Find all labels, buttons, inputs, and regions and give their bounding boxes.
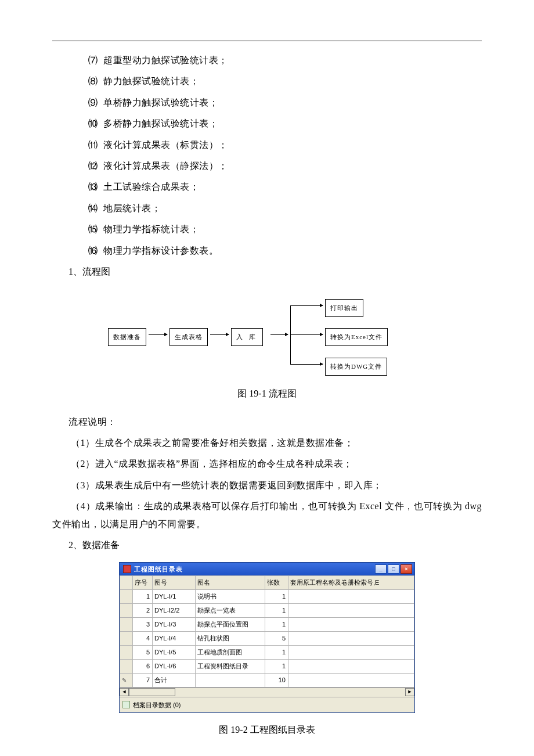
window-statusbar[interactable]: 档案目录数据 (0) bbox=[120, 697, 414, 713]
flow-node-dwg: 转换为DWG文件 bbox=[325, 358, 387, 376]
list-item-number: ⒀ bbox=[85, 178, 101, 196]
list-item-text: 静力触探试验统计表； bbox=[103, 76, 199, 86]
table-cell[interactable] bbox=[120, 659, 133, 673]
column-header[interactable]: 序号 bbox=[133, 576, 153, 590]
table-cell[interactable]: 1 bbox=[265, 590, 288, 604]
flow-node-prepare: 数据准备 bbox=[108, 328, 146, 346]
list-item-text: 单桥静力触探试验统计表； bbox=[103, 98, 218, 107]
table-cell[interactable] bbox=[120, 631, 133, 645]
list-item: ⑻静力触探试验统计表； bbox=[52, 73, 482, 90]
list-item-text: 物理力学指标统计表； bbox=[103, 224, 199, 234]
table-cell[interactable]: 10 bbox=[265, 673, 288, 687]
table-cell[interactable]: ✎ bbox=[120, 673, 133, 687]
table-cell[interactable]: 5 bbox=[133, 645, 153, 659]
status-icon bbox=[122, 701, 130, 708]
table-cell[interactable]: 勘探点一览表 bbox=[196, 604, 265, 618]
table-cell[interactable]: 说明书 bbox=[196, 590, 265, 604]
table-row[interactable]: 1DYL-I/1说明书1 bbox=[120, 590, 414, 604]
column-header[interactable]: 张数 bbox=[265, 576, 288, 590]
table-cell[interactable]: DYL-I/4 bbox=[153, 631, 196, 645]
table-cell[interactable]: 2 bbox=[133, 604, 153, 618]
table-cell[interactable]: 4 bbox=[133, 631, 153, 645]
numbered-list: ⑺超重型动力触探试验统计表；⑻静力触探试验统计表；⑼单桥静力触探试验统计表；⑽多… bbox=[52, 52, 482, 260]
list-item-text: 液化计算成果表（标贯法）； bbox=[103, 140, 228, 150]
figure-caption-1: 图 19-1 流程图 bbox=[52, 385, 482, 402]
table-cell[interactable] bbox=[120, 618, 133, 632]
figure-caption-2: 图 19-2 工程图纸目录表 bbox=[52, 721, 482, 739]
table-cell[interactable] bbox=[288, 631, 414, 645]
list-item-number: ⑼ bbox=[85, 94, 101, 111]
table-cell[interactable] bbox=[120, 604, 133, 618]
table-cell[interactable]: 3 bbox=[133, 618, 153, 632]
scroll-right-button[interactable]: ► bbox=[405, 688, 414, 696]
arrow-icon bbox=[210, 334, 229, 335]
column-header[interactable]: 图名 bbox=[196, 576, 265, 590]
scroll-left-button[interactable]: ◄ bbox=[120, 688, 129, 696]
table-cell[interactable]: 1 bbox=[265, 618, 288, 632]
table-cell[interactable]: DYL-I/3 bbox=[153, 618, 196, 632]
table-cell[interactable]: 1 bbox=[265, 659, 288, 673]
embedded-window: 工程图纸目录表 _ □ × 序号图号图名张数套用原工程名称及卷册检索号,E 1D… bbox=[119, 562, 415, 713]
table-cell[interactable]: 1 bbox=[265, 645, 288, 659]
column-header[interactable]: 套用原工程名称及卷册检索号,E bbox=[288, 576, 414, 590]
table-cell[interactable] bbox=[288, 590, 414, 604]
table-cell[interactable]: DYL-I/1 bbox=[153, 590, 196, 604]
scroll-thumb[interactable] bbox=[129, 688, 175, 696]
table-cell[interactable] bbox=[288, 604, 414, 618]
column-header[interactable] bbox=[120, 576, 133, 590]
table-cell[interactable]: DYL-I/5 bbox=[153, 645, 196, 659]
list-item: ⑽多桥静力触探试验统计表； bbox=[52, 115, 482, 132]
flow-branch-line bbox=[290, 305, 291, 365]
data-grid[interactable]: 序号图号图名张数套用原工程名称及卷册检索号,E 1DYL-I/1说明书12DYL… bbox=[120, 575, 414, 696]
table-cell[interactable]: 7 bbox=[133, 673, 153, 687]
flow-node-generate: 生成表格 bbox=[169, 328, 208, 346]
table-row[interactable]: 2DYL-I2/2勘探点一览表1 bbox=[120, 604, 414, 618]
list-item-number: ⒁ bbox=[85, 200, 101, 217]
column-header[interactable]: 图号 bbox=[153, 576, 196, 590]
table-cell[interactable] bbox=[120, 590, 133, 604]
table-cell[interactable]: 5 bbox=[265, 631, 288, 645]
minimize-button[interactable]: _ bbox=[375, 564, 387, 574]
table-cell[interactable]: 工程资料图纸目录 bbox=[196, 659, 265, 673]
flow-node-print: 打印输出 bbox=[325, 299, 363, 317]
table-row[interactable]: 4DYL-I/4钻孔柱状图5 bbox=[120, 631, 414, 645]
table-cell[interactable]: 1 bbox=[265, 604, 288, 618]
arrow-icon bbox=[290, 334, 323, 335]
table-cell[interactable]: 工程地质剖面图 bbox=[196, 645, 265, 659]
list-item: ⑼单桥静力触探试验统计表； bbox=[52, 94, 482, 111]
list-item-text: 地层统计表； bbox=[103, 203, 161, 213]
table-cell[interactable]: 钻孔柱状图 bbox=[196, 631, 265, 645]
close-button[interactable]: × bbox=[400, 564, 412, 574]
table-cell[interactable] bbox=[120, 645, 133, 659]
table-cell[interactable] bbox=[196, 673, 265, 687]
list-item-text: 土工试验综合成果表； bbox=[103, 182, 199, 192]
table-row[interactable]: 6DYL-I/6工程资料图纸目录1 bbox=[120, 659, 414, 673]
horizontal-scrollbar[interactable]: ◄ ► bbox=[120, 687, 414, 697]
table-cell[interactable]: DYL-I/6 bbox=[153, 659, 196, 673]
table-cell[interactable]: 合计 bbox=[153, 673, 196, 687]
explain-item: （1）生成各个成果表之前需要准备好相关数据，这就是数据准备； bbox=[52, 434, 482, 452]
table-cell[interactable] bbox=[288, 645, 414, 659]
list-item-number: ⑺ bbox=[85, 52, 101, 69]
table-cell[interactable] bbox=[288, 618, 414, 632]
arrow-icon bbox=[290, 364, 323, 365]
table-row[interactable]: 5DYL-I/5工程地质剖面图1 bbox=[120, 645, 414, 659]
table-cell[interactable]: 1 bbox=[133, 590, 153, 604]
list-item: ⑺超重型动力触探试验统计表； bbox=[52, 52, 482, 69]
page-top-rule bbox=[52, 41, 482, 41]
table-cell[interactable]: DYL-I2/2 bbox=[153, 604, 196, 618]
table-row[interactable]: ✎7合计10 bbox=[120, 673, 414, 687]
table-cell[interactable]: 勘探点平面位置图 bbox=[196, 618, 265, 632]
window-title: 工程图纸目录表 bbox=[134, 563, 374, 575]
list-item: ⑾液化计算成果表（标贯法）； bbox=[52, 136, 482, 154]
table-cell[interactable] bbox=[288, 659, 414, 673]
arrow-icon bbox=[149, 334, 167, 335]
table-cell[interactable]: 6 bbox=[133, 659, 153, 673]
table-cell[interactable] bbox=[288, 673, 414, 687]
explain-heading: 流程说明： bbox=[52, 413, 482, 431]
maximize-button[interactable]: □ bbox=[388, 564, 399, 574]
list-item: ⑿液化计算成果表（静探法）； bbox=[52, 157, 482, 175]
table-row[interactable]: 3DYL-I/3勘探点平面位置图1 bbox=[120, 618, 414, 632]
window-titlebar[interactable]: 工程图纸目录表 _ □ × bbox=[120, 563, 414, 575]
list-item-number: ⑿ bbox=[85, 157, 101, 175]
